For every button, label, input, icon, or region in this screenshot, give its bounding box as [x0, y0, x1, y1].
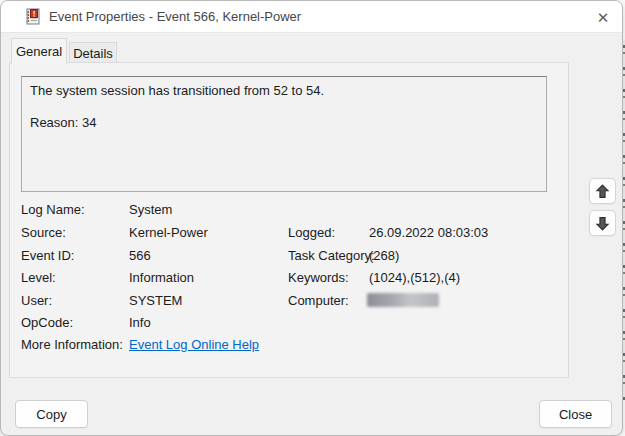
field-label: Event ID:	[21, 248, 74, 263]
field-value: Information	[129, 270, 194, 285]
field-label: Level:	[21, 270, 56, 285]
field-label: Task Category:	[288, 248, 375, 263]
field-task-category: Task Category: (268)	[288, 248, 558, 265]
field-log-name: Log Name: System	[21, 202, 351, 219]
field-value: SYSTEM	[129, 293, 182, 308]
tab-details[interactable]: Details	[69, 42, 117, 64]
field-more-information: More Information: Event Log Online Help	[21, 337, 351, 354]
title-bar: Event Properties - Event 566, Kernel-Pow…	[1, 1, 622, 33]
window-title: Event Properties - Event 566, Kernel-Pow…	[49, 9, 301, 24]
field-value: Kernel-Power	[129, 225, 208, 240]
up-arrow-icon	[595, 184, 610, 199]
field-logged: Logged: 26.09.2022 08:03:03	[288, 225, 558, 242]
field-value: Info	[129, 315, 151, 330]
event-properties-dialog: Event Properties - Event 566, Kernel-Pow…	[0, 0, 623, 436]
event-description-line1: The system session has transitioned from…	[30, 83, 538, 99]
field-value: (268)	[369, 248, 399, 263]
field-label: Log Name:	[21, 202, 85, 217]
field-opcode: OpCode: Info	[21, 315, 351, 332]
field-value: 26.09.2022 08:03:03	[369, 225, 488, 240]
field-label: Source:	[21, 225, 66, 240]
field-label: Logged:	[288, 225, 335, 240]
field-value: System	[129, 202, 172, 217]
down-arrow-icon	[595, 216, 610, 231]
event-properties-icon	[24, 8, 41, 25]
field-value: (1024),(512),(4)	[369, 270, 460, 285]
close-button[interactable]: Close	[539, 400, 612, 428]
event-log-online-help-link[interactable]: Event Log Online Help	[129, 337, 259, 352]
field-label: OpCode:	[21, 315, 73, 330]
field-computer: Computer:	[288, 293, 558, 310]
field-label: Keywords:	[288, 270, 349, 285]
tab-general[interactable]: General	[11, 38, 67, 64]
previous-event-button[interactable]	[589, 178, 616, 204]
copy-button[interactable]: Copy	[15, 400, 88, 428]
field-label: User:	[21, 293, 52, 308]
field-label: Computer:	[288, 293, 349, 308]
field-label: More Information:	[21, 337, 123, 352]
close-icon[interactable]: ✕	[592, 6, 614, 28]
event-description-line2: Reason: 34	[30, 115, 538, 131]
event-description-box[interactable]: The system session has transitioned from…	[21, 76, 547, 192]
field-keywords: Keywords: (1024),(512),(4)	[288, 270, 558, 287]
next-event-button[interactable]	[589, 210, 616, 236]
computer-name-redacted	[367, 293, 439, 307]
field-value: 566	[129, 248, 151, 263]
